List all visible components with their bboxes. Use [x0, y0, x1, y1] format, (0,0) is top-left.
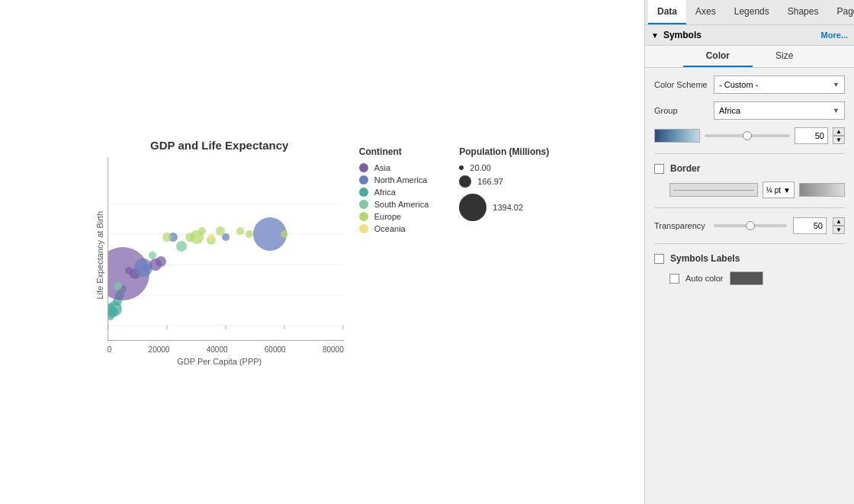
- chart-svg: 50 60 70 80 90: [108, 158, 344, 341]
- border-pt-dropdown-arrow-icon: ▼: [783, 186, 791, 194]
- transparency-stepper-up-button[interactable]: ▲: [833, 217, 845, 226]
- color-scheme-dropdown-arrow-icon: ▼: [833, 81, 840, 88]
- color-slider-track[interactable]: [705, 134, 790, 137]
- more-button[interactable]: More...: [821, 30, 848, 40]
- pop-medium-dot: [459, 175, 471, 188]
- sub-tab-bar: Color Size: [645, 46, 854, 68]
- border-line-preview: [669, 183, 758, 197]
- sub-tab-color[interactable]: Color: [683, 46, 753, 67]
- chart-container: GDP and Life Expectancy Life Expectancy …: [95, 139, 550, 366]
- svg-point-35: [149, 252, 156, 259]
- tab-axes[interactable]: Axes: [686, 0, 725, 24]
- divider1: [654, 153, 845, 154]
- symbols-label: Symbols: [663, 30, 702, 40]
- south-america-label: South America: [374, 200, 429, 209]
- group-value: Africa: [719, 106, 740, 115]
- border-pt-dropdown[interactable]: ¼ pt ▼: [762, 181, 795, 198]
- svg-point-41: [236, 227, 244, 235]
- group-label: Group: [654, 106, 708, 115]
- oceania-label: Oceania: [374, 224, 406, 233]
- legend-item-pop-small: 20.00: [459, 163, 549, 172]
- africa-color-dot: [359, 188, 368, 197]
- svg-point-34: [114, 282, 122, 290]
- tab-shapes[interactable]: Shapes: [779, 0, 828, 24]
- pop-medium-label: 166.97: [477, 177, 503, 186]
- europe-color-dot: [359, 212, 368, 221]
- europe-label: Europe: [374, 212, 401, 221]
- legend-item-north-america: North America: [359, 175, 429, 185]
- svg-point-38: [216, 226, 225, 236]
- svg-point-43: [198, 227, 206, 235]
- transparency-row: Transparency ▲ ▼: [654, 217, 845, 234]
- auto-color-swatch[interactable]: [730, 271, 763, 285]
- legend-item-south-america: South America: [359, 200, 429, 209]
- color-scheme-row: Color Scheme - Custom - ▼: [654, 75, 845, 94]
- svg-point-27: [156, 256, 166, 267]
- svg-point-21: [108, 308, 116, 316]
- transparency-slider-track[interactable]: [714, 224, 787, 227]
- tab-legends[interactable]: Legends: [725, 0, 779, 24]
- border-controls: ¼ pt ▼: [654, 181, 845, 198]
- legend-item-europe: Europe: [359, 212, 429, 221]
- tab-page[interactable]: Page: [827, 0, 854, 24]
- transparency-slider-thumb[interactable]: [746, 221, 755, 230]
- divider3: [654, 243, 845, 244]
- svg-point-29: [143, 264, 150, 271]
- population-legend: Population (Millions) 20.00 166.97 1394.…: [459, 146, 549, 233]
- x-axis-label: GDP Per Capita (PPP): [177, 357, 262, 366]
- border-label: Border: [670, 163, 700, 174]
- border-pt-value: ¼ pt: [766, 186, 781, 194]
- legend-item-oceania: Oceania: [359, 224, 429, 233]
- continent-legend: Continent Asia North America Africa Sout…: [359, 146, 429, 233]
- asia-color-dot: [359, 163, 368, 172]
- transparency-stepper-down-button[interactable]: ▼: [833, 226, 845, 234]
- tab-bar: Data Axes Legends Shapes Page: [645, 0, 854, 25]
- color-value-stepper[interactable]: ▲ ▼: [833, 127, 845, 144]
- right-panel: Data Axes Legends Shapes Page ▼ Symbols …: [644, 0, 854, 504]
- chart-title: GDP and Life Expectancy: [150, 139, 288, 152]
- symbols-section-header: ▼ Symbols More...: [645, 25, 854, 46]
- sub-tab-size[interactable]: Size: [753, 46, 816, 67]
- north-america-label: North America: [374, 175, 428, 185]
- color-scheme-dropdown[interactable]: - Custom - ▼: [714, 75, 845, 94]
- stepper-up-button[interactable]: ▲: [833, 127, 845, 136]
- south-america-color-dot: [359, 200, 368, 209]
- border-line-style: [673, 190, 754, 191]
- legend-item-africa: Africa: [359, 188, 429, 197]
- chart-plot-area: 50 60 70 80 90: [108, 158, 344, 354]
- pop-small-label: 20.00: [470, 163, 491, 172]
- tab-data[interactable]: Data: [648, 0, 686, 24]
- svg-point-39: [185, 233, 194, 242]
- pop-small-dot: [459, 165, 464, 170]
- legend-item-pop-medium: 166.97: [459, 175, 549, 188]
- symbols-labels-label: Symbols Labels: [670, 253, 740, 264]
- continent-legend-title: Continent: [359, 146, 429, 157]
- group-dropdown-arrow-icon: ▼: [833, 107, 840, 114]
- group-row: Group Africa ▼: [654, 101, 845, 120]
- color-slider-thumb[interactable]: [743, 131, 752, 140]
- svg-point-45: [208, 234, 214, 240]
- color-value-input[interactable]: [795, 127, 828, 144]
- panel-content: Color Scheme - Custom - ▼ Group Africa ▼…: [645, 68, 854, 293]
- border-row: Border: [654, 163, 845, 174]
- legend-area: Continent Asia North America Africa Sout…: [359, 139, 550, 233]
- border-gradient-preview[interactable]: [799, 183, 845, 197]
- color-scheme-label: Color Scheme: [654, 80, 708, 89]
- transparency-value-input[interactable]: [793, 217, 827, 234]
- gradient-row: ▲ ▼: [654, 127, 845, 144]
- svg-point-33: [176, 241, 187, 252]
- symbols-labels-checkbox[interactable]: [654, 254, 664, 264]
- svg-point-40: [162, 233, 172, 242]
- color-gradient-preview[interactable]: [654, 129, 700, 143]
- transparency-stepper[interactable]: ▲ ▼: [833, 217, 845, 234]
- collapse-arrow-icon[interactable]: ▼: [651, 31, 659, 40]
- auto-color-checkbox[interactable]: [669, 274, 679, 284]
- group-dropdown[interactable]: Africa ▼: [714, 101, 845, 120]
- pop-large-label: 1394.02: [493, 203, 523, 212]
- color-scheme-value: - Custom -: [719, 80, 758, 89]
- legend-item-asia: Asia: [359, 163, 429, 172]
- north-america-color-dot: [359, 175, 368, 185]
- stepper-down-button[interactable]: ▼: [833, 136, 845, 144]
- asia-label: Asia: [374, 163, 390, 172]
- border-checkbox[interactable]: [654, 164, 664, 174]
